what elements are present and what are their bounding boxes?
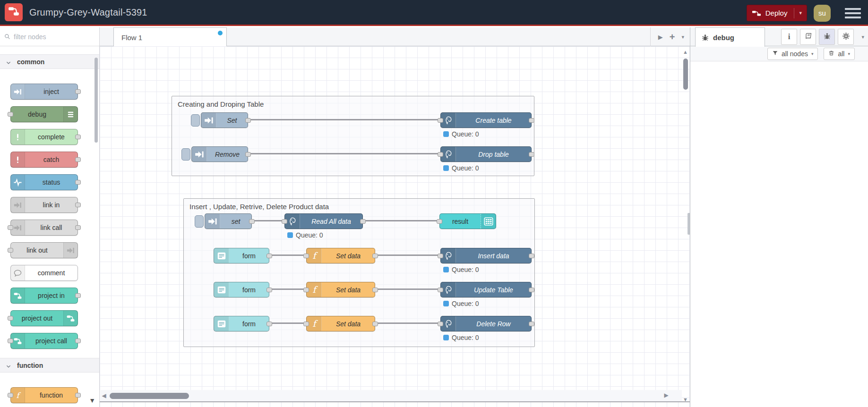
wire[interactable] <box>250 119 439 120</box>
add-flow-button[interactable]: + <box>670 32 675 42</box>
scroll-right-icon[interactable]: ▶ <box>662 392 670 399</box>
palette-node-debug[interactable]: debug <box>10 106 78 122</box>
scroll-up-icon[interactable]: ▲ <box>683 49 688 55</box>
debug-sidebar-button[interactable] <box>819 29 835 45</box>
input-port[interactable] <box>438 288 443 292</box>
info-sidebar-button[interactable]: i <box>781 29 797 45</box>
inject-button[interactable] <box>181 148 190 161</box>
config-sidebar-button[interactable] <box>838 29 854 45</box>
flow-node-remove[interactable]: Remove <box>191 146 248 162</box>
flow-canvas[interactable]: ◀ ▶ ▲ ▼ Creating and Droping TableInsert… <box>100 46 690 407</box>
input-port[interactable] <box>438 152 443 157</box>
output-port[interactable] <box>266 254 272 258</box>
input-port[interactable] <box>303 288 309 292</box>
wire[interactable] <box>271 254 305 256</box>
flow-node-set-data[interactable]: fSet data <box>306 316 375 331</box>
output-port[interactable] <box>529 152 534 157</box>
flow-node-insert-data[interactable]: Insert data <box>440 248 532 263</box>
wire[interactable] <box>377 322 439 324</box>
input-port[interactable] <box>303 322 309 326</box>
input-port[interactable] <box>282 219 287 224</box>
category-common[interactable]: common <box>0 54 99 69</box>
inject-button[interactable] <box>195 215 204 228</box>
flow-node-form[interactable]: form <box>214 282 269 297</box>
flow-node-set-data[interactable]: fSet data <box>306 282 375 297</box>
flow-node-set-data[interactable]: fSet data <box>306 248 375 263</box>
flow-node-set[interactable]: Set <box>201 112 248 128</box>
main-menu-button[interactable] <box>845 8 861 18</box>
help-sidebar-button[interactable] <box>800 29 816 45</box>
next-tab-button[interactable]: ▶ <box>658 34 663 41</box>
output-port[interactable] <box>249 219 255 224</box>
output-port[interactable] <box>245 152 251 157</box>
debug-filter-button[interactable]: all nodes ▾ <box>767 48 818 60</box>
palette-node-project-call[interactable]: project call <box>10 333 78 349</box>
palette-node-status[interactable]: status <box>10 174 78 190</box>
tab-flow-1[interactable]: Flow 1 <box>113 27 227 47</box>
wire[interactable] <box>250 153 439 154</box>
flow-node-form[interactable]: form <box>214 248 269 263</box>
wire[interactable] <box>377 254 439 256</box>
flow-node-set[interactable]: set <box>205 213 252 229</box>
horizontal-scroll-thumb[interactable] <box>110 393 189 399</box>
palette-node-link-out[interactable]: link out <box>10 242 78 258</box>
tab-debug[interactable]: debug <box>695 27 765 47</box>
sidebar-options-caret-icon[interactable]: ▾ <box>861 34 864 40</box>
category-function[interactable]: function <box>0 358 99 373</box>
wire[interactable] <box>254 220 283 221</box>
flow-node-result[interactable]: result <box>439 213 496 229</box>
input-port[interactable] <box>438 322 443 326</box>
output-port[interactable] <box>529 322 534 326</box>
flow-node-form[interactable]: form <box>214 316 269 331</box>
wire[interactable] <box>271 322 305 324</box>
search-icon <box>4 33 11 40</box>
palette-node-comment[interactable]: comment <box>10 265 78 281</box>
flow-list-caret-icon[interactable]: ▾ <box>681 34 684 40</box>
vertical-scroll-thumb[interactable] <box>683 59 688 90</box>
palette-node-link-in[interactable]: link in <box>10 197 78 213</box>
output-port[interactable] <box>266 288 272 292</box>
inject-button[interactable] <box>191 114 200 127</box>
flow-node-delete-row[interactable]: Delete Row <box>440 316 532 331</box>
scroll-down-icon[interactable]: ▼ <box>683 397 688 402</box>
output-port[interactable] <box>266 322 272 326</box>
palette-node-complete[interactable]: complete <box>10 129 78 145</box>
input-port[interactable] <box>437 219 442 224</box>
output-port[interactable] <box>529 254 534 258</box>
deploy-button[interactable]: Deploy ▾ <box>747 5 807 21</box>
wire[interactable] <box>365 220 438 221</box>
output-port[interactable] <box>372 322 378 326</box>
palette-scrollbar[interactable] <box>95 58 98 143</box>
debug-messages-panel[interactable] <box>690 62 868 407</box>
output-port[interactable] <box>245 118 251 123</box>
output-port[interactable] <box>529 288 534 292</box>
scroll-left-icon[interactable]: ◀ <box>100 392 108 399</box>
output-port[interactable] <box>529 118 534 123</box>
palette-node-project-in[interactable]: project in <box>10 288 78 304</box>
flow-node-update-table[interactable]: Update Table <box>440 282 532 297</box>
filter-nodes-input[interactable] <box>14 33 85 41</box>
input-port[interactable] <box>438 118 443 123</box>
palette-node-project-out[interactable]: project out <box>10 310 78 326</box>
palette-node-link-call[interactable]: link call <box>10 220 78 236</box>
input-port[interactable] <box>303 254 309 258</box>
palette-node-inject[interactable]: inject <box>10 84 78 100</box>
output-port[interactable] <box>372 254 378 258</box>
debug-clear-button[interactable]: all ▾ <box>824 48 855 60</box>
wire[interactable] <box>271 288 305 290</box>
user-avatar[interactable]: su <box>814 5 831 22</box>
canvas-horizontal-scrollbar[interactable]: ◀ ▶ <box>100 390 682 401</box>
wire[interactable] <box>377 288 439 290</box>
output-port[interactable] <box>360 219 366 224</box>
palette-node-catch[interactable]: catch <box>10 152 78 168</box>
flow-group-creating-and-droping-table[interactable]: Creating and Droping Table <box>172 96 534 176</box>
flow-node-read-all-data[interactable]: Read All data <box>284 213 363 229</box>
palette-scroll-down-icon[interactable]: ▼ <box>89 397 95 404</box>
input-port[interactable] <box>438 254 443 258</box>
flow-node-create-table[interactable]: Create table <box>440 112 532 128</box>
flow-node-drop-table[interactable]: Drop table <box>440 146 532 162</box>
deploy-options-caret-icon[interactable]: ▾ <box>799 10 802 16</box>
output-port[interactable] <box>372 288 378 292</box>
palette-search[interactable] <box>0 27 99 46</box>
palette-node-function[interactable]: ffunction <box>10 387 78 403</box>
